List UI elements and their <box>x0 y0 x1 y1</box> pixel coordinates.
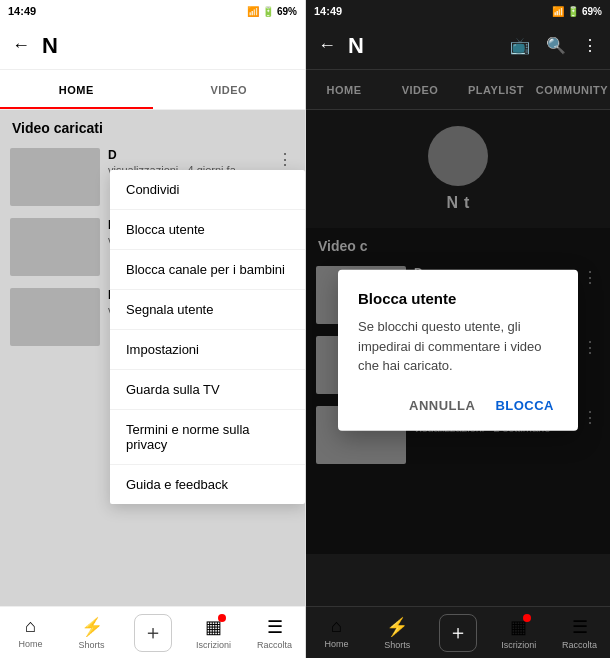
dialog-confirm-button[interactable]: BLOCCA <box>491 391 558 418</box>
nav-subscriptions-label-left: Iscrizioni <box>196 640 231 650</box>
menu-share[interactable]: Condividi <box>110 170 305 210</box>
tab-home-left[interactable]: HOME <box>0 70 153 109</box>
nav-home-label-right: Home <box>324 639 348 649</box>
home-icon-right: ⌂ <box>331 616 342 637</box>
menu-settings[interactable]: Impostazioni <box>110 330 305 370</box>
bottom-nav-left: ⌂ Home ⚡ Shorts ＋ ▦ Iscrizioni ☰ Raccolt… <box>0 606 305 658</box>
badge-dot-left <box>218 614 226 622</box>
status-bar-right: 14:49 📶 🔋 69% <box>306 0 610 22</box>
nav-library-label-right: Raccolta <box>562 640 597 650</box>
nav-shorts-label-left: Shorts <box>78 640 104 650</box>
plus-icon-left: ＋ <box>143 619 163 646</box>
nav-shorts-right[interactable]: ⚡ Shorts <box>367 616 428 650</box>
tab-community-right[interactable]: COMMUNITY <box>534 70 610 109</box>
subscriptions-icon-right: ▦ <box>510 616 527 638</box>
home-icon-left: ⌂ <box>25 616 36 637</box>
nav-library-label-left: Raccolta <box>257 640 292 650</box>
nav-library-right[interactable]: ☰ Raccolta <box>549 616 610 650</box>
subscriptions-icon-left: ▦ <box>205 616 222 638</box>
nav-add-right[interactable]: ＋ <box>428 614 489 652</box>
tab-home-right[interactable]: HOME <box>306 70 382 109</box>
tabs-right: HOME VIDEO PLAYLIST COMMUNITY <box>306 70 610 110</box>
menu-feedback[interactable]: Guida e feedback <box>110 465 305 504</box>
shorts-icon-right: ⚡ <box>386 616 408 638</box>
nav-subscriptions-right[interactable]: ▦ Iscrizioni <box>488 616 549 650</box>
app-bar-icons-right: 📺 🔍 ⋮ <box>506 32 602 59</box>
nav-shorts-label-right: Shorts <box>384 640 410 650</box>
nav-subscriptions-left[interactable]: ▦ Iscrizioni <box>183 616 244 650</box>
left-screen: 14:49 📶 🔋 69% ← N HOME VIDEO Video caric… <box>0 0 305 658</box>
plus-icon-right: ＋ <box>448 619 468 646</box>
content-left: Video caricati D visualizzazioni · 4 gio… <box>0 110 305 606</box>
app-bar-right: ← N 📺 🔍 ⋮ <box>306 22 610 70</box>
right-screen: 14:49 📶 🔋 69% ← N 📺 🔍 ⋮ HOME VIDEO PLAYL… <box>305 0 610 658</box>
dialog-title: Blocca utente <box>358 290 558 307</box>
nav-home-right[interactable]: ⌂ Home <box>306 616 367 649</box>
app-bar-left: ← N <box>0 22 305 70</box>
badge-dot-right <box>523 614 531 622</box>
nav-home-left[interactable]: ⌂ Home <box>0 616 61 649</box>
menu-privacy[interactable]: Termini e norme sulla privacy <box>110 410 305 465</box>
channel-letter-right: N <box>348 33 364 59</box>
tab-video-right[interactable]: VIDEO <box>382 70 458 109</box>
more-icon-right[interactable]: ⋮ <box>578 32 602 59</box>
time-left: 14:49 <box>8 5 36 17</box>
cast-icon[interactable]: 📺 <box>506 32 534 59</box>
dropdown-menu: Condividi Blocca utente Blocca canale pe… <box>110 170 305 504</box>
content-right: N t Video c D visualizzazioni · 4 giorni… <box>306 110 610 606</box>
back-button-right[interactable]: ← <box>314 31 340 60</box>
status-icons-left: 📶 🔋 69% <box>247 6 297 17</box>
menu-watch-tv[interactable]: Guarda sulla TV <box>110 370 305 410</box>
tabs-left: HOME VIDEO <box>0 70 305 110</box>
tab-playlist-right[interactable]: PLAYLIST <box>458 70 534 109</box>
status-bar-left: 14:49 📶 🔋 69% <box>0 0 305 22</box>
status-icons-right: 📶 🔋 69% <box>552 6 602 17</box>
bottom-nav-right: ⌂ Home ⚡ Shorts ＋ ▦ Iscrizioni ☰ Raccolt… <box>306 606 610 658</box>
nav-library-left[interactable]: ☰ Raccolta <box>244 616 305 650</box>
nav-shorts-left[interactable]: ⚡ Shorts <box>61 616 122 650</box>
search-icon-right[interactable]: 🔍 <box>542 32 570 59</box>
menu-block-channel[interactable]: Blocca canale per i bambini <box>110 250 305 290</box>
shorts-icon-left: ⚡ <box>81 616 103 638</box>
menu-block-user[interactable]: Blocca utente <box>110 210 305 250</box>
back-button-left[interactable]: ← <box>8 31 34 60</box>
tab-video-left[interactable]: VIDEO <box>153 70 306 109</box>
channel-letter-left: N <box>42 33 58 59</box>
nav-subscriptions-label-right: Iscrizioni <box>501 640 536 650</box>
dialog-body: Se blocchi questo utente, gli impedirai … <box>358 317 558 376</box>
library-icon-right: ☰ <box>572 616 588 638</box>
dialog-actions: ANNULLA BLOCCA <box>358 391 558 418</box>
nav-add-left[interactable]: ＋ <box>122 614 183 652</box>
time-right: 14:49 <box>314 5 342 17</box>
nav-home-label-left: Home <box>18 639 42 649</box>
library-icon-left: ☰ <box>267 616 283 638</box>
block-user-dialog: Blocca utente Se blocchi questo utente, … <box>338 270 578 431</box>
dialog-cancel-button[interactable]: ANNULLA <box>405 391 479 418</box>
add-button-left[interactable]: ＋ <box>134 614 172 652</box>
add-button-right[interactable]: ＋ <box>439 614 477 652</box>
menu-report[interactable]: Segnala utente <box>110 290 305 330</box>
